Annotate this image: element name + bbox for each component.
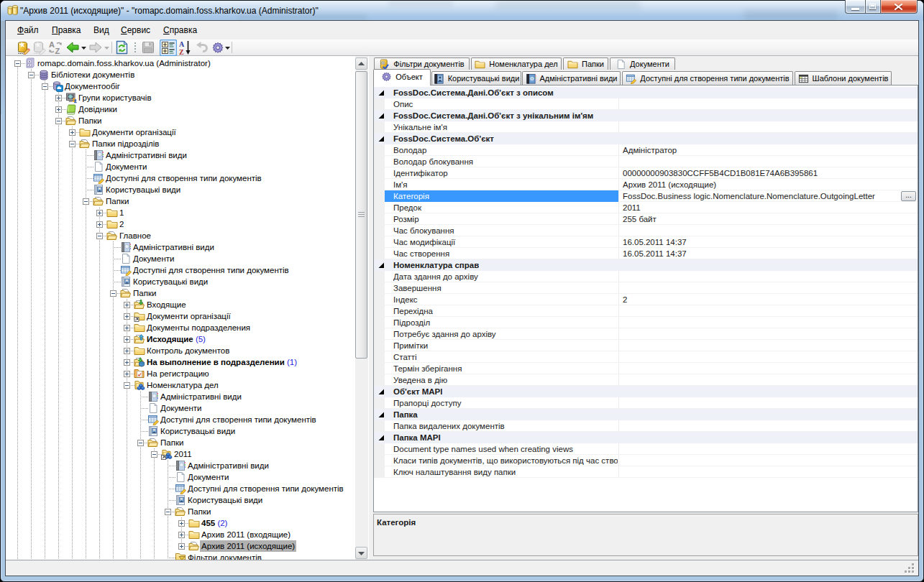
svg-text:A: A: [49, 40, 55, 49]
svg-text:A: A: [179, 40, 185, 48]
svg-text:Z: Z: [179, 48, 184, 55]
svg-text:Z: Z: [55, 47, 60, 55]
